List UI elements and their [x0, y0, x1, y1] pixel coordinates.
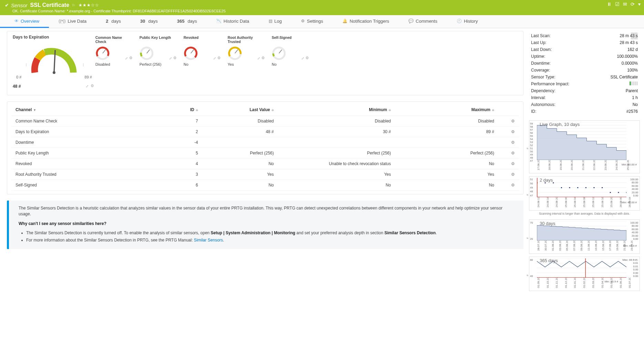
table-row: Revoked 4 No Unable to check revocation … — [11, 159, 519, 169]
cell-last: Disabled — [202, 116, 278, 127]
tab-history[interactable]: 🕘History — [447, 15, 487, 28]
gear-icon[interactable]: ⚙ — [91, 84, 94, 88]
header-toolbar: ⏸ ☑ ✉ ⟳ ▾ — [607, 1, 641, 7]
tab-overview[interactable]: 👁Overview — [0, 15, 49, 28]
col-min[interactable]: Minimum≑ — [278, 104, 395, 116]
cell-id: 7 — [175, 116, 202, 127]
email-icon[interactable]: ✉ — [623, 1, 627, 7]
detail-key: Uptime: — [531, 54, 545, 59]
mini-gauge-title: Root Authority Trusted — [228, 35, 266, 45]
detail-row: Downtime:0.0000% — [530, 60, 639, 67]
tab-days[interactable]: 2days — [96, 15, 131, 28]
expand-icon[interactable]: ⤢ — [257, 56, 260, 60]
cell-min: Perfect (256) — [278, 148, 395, 159]
mini-gauge: Revoked No ⤢ ⚙ — [184, 35, 221, 66]
detail-key: Last Scan: — [531, 33, 551, 38]
detail-row: Dependency:Parent — [530, 87, 639, 94]
detail-value: 28 m 43 s — [620, 40, 638, 45]
detail-value: No — [633, 102, 638, 107]
svg-rect-59 — [585, 258, 586, 278]
expand-icon[interactable]: ⤢ — [169, 56, 172, 60]
mini-gauge-value: Disabled — [95, 62, 133, 66]
detail-key: Coverage: — [531, 68, 550, 73]
mini-chart[interactable]: # 5150494847 100.0080.0060.0040.0020.000… — [529, 176, 640, 211]
info-list-item: For more information about the Similar S… — [26, 237, 514, 243]
gear-icon[interactable]: ⚙ — [305, 56, 309, 60]
sensor-label: Sensor — [11, 2, 28, 8]
tab-icon: ((•)) — [59, 19, 65, 23]
gear-icon[interactable]: ⚙ — [511, 183, 515, 187]
refresh-icon[interactable]: ⟳ — [631, 1, 635, 7]
tab-comments[interactable]: 💬Comments — [399, 15, 447, 28]
table-row: Common Name Check 7 Disabled Disabled Di… — [11, 116, 519, 127]
cell-last: 48 # — [202, 127, 278, 137]
cell-id: -4 — [175, 137, 202, 148]
cell-min: Disabled — [278, 116, 395, 127]
tab-historic-data[interactable]: 📉Historic Data — [207, 15, 259, 28]
cell-channel: Downtime — [11, 137, 175, 148]
mini-gauge-value: No — [184, 62, 221, 66]
detail-row: Autonomous:No — [530, 101, 639, 108]
gear-icon[interactable]: ⚙ — [129, 56, 133, 60]
y-axis-label: # — [526, 275, 529, 276]
tab-settings[interactable]: ⚙Settings — [291, 15, 333, 28]
tab-icon: 📉 — [216, 19, 221, 23]
more-icon[interactable]: ▾ — [638, 1, 641, 7]
svg-rect-46 — [537, 197, 626, 197]
svg-rect-45 — [626, 192, 626, 193]
detail-key: Sensor Type: — [531, 75, 555, 79]
pin-icon[interactable]: ⚐ — [72, 3, 75, 7]
mini-chart[interactable]: # 8040 0.010.010.010.000.000.00 365 days… — [529, 257, 640, 291]
tab-days[interactable]: 365days — [167, 15, 207, 28]
cell-max: No — [395, 180, 498, 191]
cell-last: Yes — [202, 169, 278, 180]
primary-gauge-min: 0 # — [16, 75, 21, 79]
col-max[interactable]: Maximum≑ — [395, 104, 498, 116]
gear-icon[interactable]: ⚙ — [511, 161, 515, 166]
detail-key: Performance Impact: — [531, 82, 569, 86]
gear-icon[interactable]: ⚙ — [261, 56, 265, 60]
expand-icon[interactable]: ⤢ — [213, 56, 216, 60]
primary-gauge-title: Days to Expiration — [13, 35, 95, 40]
ack-icon[interactable]: ☑ — [615, 1, 620, 7]
priority-stars[interactable]: ★★★☆☆ — [79, 3, 99, 8]
tab-icon: ⚙ — [301, 19, 305, 23]
cell-channel: Public Key Length — [11, 148, 175, 159]
col-id[interactable]: ID≑ — [175, 104, 202, 116]
tab-days[interactable]: 30days — [131, 15, 167, 28]
cell-channel: Days to Expiration — [11, 127, 175, 137]
cell-max — [395, 137, 498, 148]
gear-icon[interactable]: ⚙ — [511, 151, 515, 155]
mini-gauge-value: Yes — [228, 62, 266, 66]
svg-line-4 — [103, 50, 105, 54]
mini-chart[interactable]: # 59585756555453525150494847 Live Graph,… — [529, 120, 640, 173]
detail-value: 0.0000% — [622, 61, 638, 66]
expand-icon[interactable]: ⤢ — [125, 56, 128, 60]
gear-icon[interactable]: ⚙ — [217, 56, 221, 60]
gear-icon[interactable]: ⚙ — [511, 140, 515, 145]
col-channel[interactable]: Channel▼ — [11, 104, 175, 116]
mini-chart[interactable]: # 7020 100.0080.0060.0040.0020.000.00 30… — [529, 219, 640, 254]
gear-icon[interactable]: ⚙ — [173, 56, 177, 60]
gear-icon[interactable]: ⚙ — [511, 129, 515, 134]
expand-icon[interactable]: ⤢ — [86, 84, 89, 88]
tab-live-data[interactable]: ((•))Live Data — [49, 15, 96, 28]
gear-icon[interactable]: ⚙ — [511, 119, 515, 123]
pause-icon[interactable]: ⏸ — [607, 1, 612, 7]
cell-max: No — [395, 159, 498, 169]
tab-log[interactable]: ▤Log — [259, 15, 292, 28]
table-row: Self-Signed 6 No No No ⚙ — [11, 180, 519, 191]
manual-link[interactable]: Similar Sensors — [194, 238, 223, 243]
detail-value: SSL Certificate — [610, 75, 638, 79]
detail-key: Dependency: — [531, 88, 555, 93]
detail-row: Sensor Type:SSL Certificate — [530, 74, 639, 80]
similar-sensors-info: The Similar Sensors Detection is a heuri… — [7, 201, 523, 249]
expand-icon[interactable]: ⤢ — [301, 56, 304, 60]
cell-min: Unable to check revocation status — [278, 159, 395, 169]
table-row: Days to Expiration 2 48 # 30 # 89 # ⚙ — [11, 127, 519, 137]
gear-icon[interactable]: ⚙ — [511, 172, 515, 177]
qr-icon[interactable] — [631, 32, 638, 39]
col-last[interactable]: Last Value≑ — [202, 104, 278, 116]
tab-notification-triggers[interactable]: 🔔Notification Triggers — [333, 15, 399, 28]
detail-key: Autonomous: — [531, 102, 555, 107]
